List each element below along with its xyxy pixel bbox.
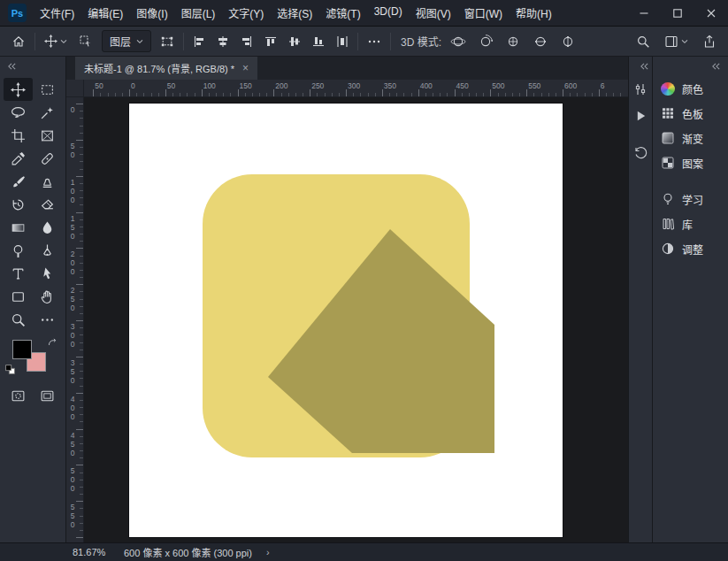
tool-dodge[interactable]	[4, 239, 33, 262]
align-top-button[interactable]	[262, 33, 280, 50]
menu-window[interactable]: 窗口(W)	[464, 5, 502, 20]
menu-bar: 文件(F) 编辑(E) 图像(I) 图层(L) 文字(Y) 选择(S) 滤镜(T…	[40, 5, 552, 20]
tab-close-icon[interactable]: ×	[242, 62, 249, 74]
ruler-tick	[80, 277, 83, 278]
panel-tab-color[interactable]: 颜色	[653, 76, 728, 101]
tool-pen[interactable]	[33, 239, 62, 262]
minimize-button[interactable]	[627, 0, 661, 27]
panel-tab-column: 颜色 色板 渐变 图案 学习 库	[652, 57, 728, 542]
ruler-tick	[317, 93, 318, 96]
actions-panel-button[interactable]	[629, 103, 653, 129]
home-button[interactable]	[9, 32, 28, 51]
menu-file[interactable]: 文件(F)	[40, 5, 74, 20]
ruler-label: 50	[68, 142, 76, 159]
panel-tab-libraries[interactable]: 库	[653, 211, 728, 236]
tool-move[interactable]	[4, 78, 33, 101]
3d-slide-button[interactable]	[530, 31, 551, 52]
distribute-horizontal-button[interactable]	[333, 33, 351, 50]
menu-3d[interactable]: 3D(D)	[374, 5, 402, 20]
transform-controls-toggle[interactable]	[157, 32, 177, 51]
ellipsis-icon	[40, 312, 55, 327]
tool-frame[interactable]	[33, 124, 62, 147]
menu-layer[interactable]: 图层(L)	[181, 5, 216, 20]
3d-roll-button[interactable]	[475, 31, 496, 52]
menu-filter[interactable]: 滤镜(T)	[326, 5, 360, 20]
tool-object-selection[interactable]	[33, 101, 62, 124]
menu-help[interactable]: 帮助(H)	[516, 5, 552, 20]
status-chevron-icon[interactable]: ›	[266, 547, 270, 557]
ruler-corner[interactable]	[66, 80, 84, 97]
tool-crop[interactable]	[4, 124, 33, 147]
document-info[interactable]: 600 像素 x 600 像素 (300 ppi)	[124, 545, 252, 559]
tool-path-selection[interactable]	[33, 262, 62, 285]
horizontal-ruler[interactable]: 500501001502002503003504004505005506006	[84, 80, 628, 97]
move-tool-preset[interactable]	[42, 32, 70, 50]
tool-rectangular-marquee[interactable]	[33, 78, 62, 101]
ruler-label: 550	[68, 503, 76, 529]
document-tab[interactable]: 未标题-1 @ 81.7% (背景, RGB/8) * ×	[75, 57, 257, 80]
panel-tab-label: 库	[682, 217, 693, 232]
tool-eraser[interactable]	[33, 193, 62, 216]
canvas-viewport[interactable]	[84, 97, 628, 542]
ruler-tick	[389, 93, 390, 96]
swap-colors-icon[interactable]	[47, 337, 58, 349]
3d-pan-button[interactable]	[502, 31, 524, 52]
share-image-button[interactable]	[700, 32, 719, 51]
more-options-button[interactable]	[364, 32, 384, 51]
tool-hand[interactable]	[33, 285, 62, 308]
panel-tab-patterns[interactable]: 图案	[653, 150, 728, 175]
maximize-button[interactable]	[661, 0, 694, 27]
tool-horizontal-type[interactable]	[4, 262, 33, 285]
tool-history-brush[interactable]	[4, 193, 33, 216]
align-middle-button[interactable]	[286, 33, 303, 50]
tool-rectangle[interactable]	[4, 285, 33, 308]
tool-eyedropper[interactable]	[4, 147, 33, 170]
align-left-button[interactable]	[190, 33, 208, 50]
tool-gradient[interactable]	[4, 216, 33, 239]
workspace-switcher-button[interactable]	[662, 32, 691, 51]
tool-zoom[interactable]	[4, 308, 33, 331]
tool-spot-healing-brush[interactable]	[33, 147, 62, 170]
align-bottom-button[interactable]	[310, 33, 327, 50]
menu-image[interactable]: 图像(I)	[136, 5, 167, 20]
ruler-tick	[76, 248, 83, 249]
collapse-double-chevron-icon[interactable]	[711, 62, 721, 71]
panel-tab-swatches[interactable]: 色板	[653, 101, 728, 126]
tool-edit-toolbar[interactable]	[33, 308, 62, 331]
photoshop-window: Ps 文件(F) 编辑(E) 图像(I) 图层(L) 文字(Y) 选择(S) 滤…	[0, 0, 728, 561]
panel-tab-gradients[interactable]: 渐变	[653, 126, 728, 150]
ruler-tick	[245, 93, 246, 96]
panel-tab-adjustments[interactable]: 调整	[653, 236, 728, 261]
auto-select-toggle[interactable]	[76, 32, 96, 51]
screen-mode-button[interactable]	[33, 384, 62, 407]
panel-tab-learn[interactable]: 学习	[653, 187, 728, 211]
properties-panel-button[interactable]	[629, 76, 653, 103]
quick-mask-button[interactable]	[4, 384, 33, 407]
ruler-label: 400	[68, 395, 76, 421]
tool-clone-stamp[interactable]	[33, 170, 62, 193]
layer-select-dropdown[interactable]: 图层	[102, 30, 151, 52]
canvas-shapes[interactable]	[129, 104, 563, 537]
align-center-horizontal-button[interactable]	[214, 33, 232, 50]
tool-brush[interactable]	[4, 170, 33, 193]
foreground-color-swatch[interactable]	[12, 340, 32, 359]
3d-orbit-button[interactable]	[448, 31, 469, 52]
collapse-double-chevron-icon[interactable]	[7, 62, 17, 71]
3d-scale-button[interactable]	[557, 31, 579, 52]
default-colors-icon[interactable]	[4, 364, 16, 375]
menu-select[interactable]: 选择(S)	[277, 5, 312, 20]
menu-edit[interactable]: 编辑(E)	[88, 5, 123, 20]
vertical-ruler[interactable]: 050100150200250300350400450500550	[66, 97, 84, 542]
align-right-button[interactable]	[238, 33, 256, 50]
menu-type[interactable]: 文字(Y)	[228, 5, 264, 20]
tool-blur[interactable]	[33, 216, 62, 239]
history-panel-button[interactable]	[629, 140, 653, 166]
menu-view[interactable]: 视图(V)	[416, 5, 451, 20]
collapse-double-chevron-icon[interactable]	[640, 62, 649, 71]
ruler-tick	[288, 93, 289, 96]
ruler-tick	[80, 350, 83, 350]
search-button[interactable]	[633, 32, 653, 51]
close-button[interactable]	[694, 0, 728, 27]
zoom-level[interactable]: 81.67%	[73, 547, 113, 557]
tool-lasso[interactable]	[4, 101, 33, 124]
